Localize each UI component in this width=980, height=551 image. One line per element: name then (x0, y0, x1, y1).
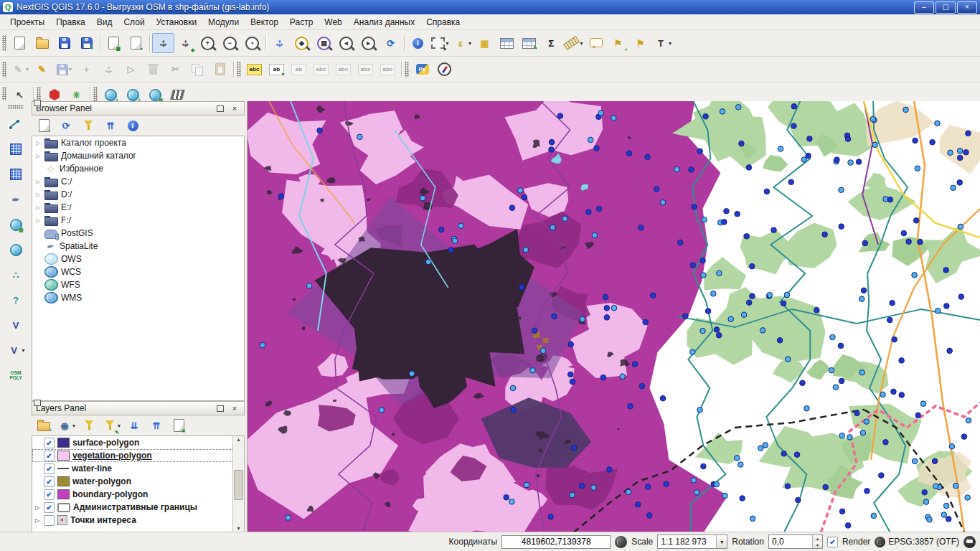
new-bookmark-button[interactable]: ⚑+ (607, 33, 629, 53)
cut-features-button[interactable]: ✂ (164, 60, 187, 80)
label-rotate-button[interactable]: abc (332, 60, 354, 80)
layers-collapse-button[interactable]: ⇈ (146, 417, 166, 434)
messages-button[interactable] (963, 536, 976, 548)
menu-view[interactable]: Вид (91, 16, 118, 29)
menu-vector[interactable]: Вектор (245, 16, 284, 29)
map-canvas[interactable] (247, 101, 980, 532)
browser-item-project-catalog[interactable]: ▷Каталог проекта (32, 136, 244, 149)
render-checkbox[interactable]: ✔ (827, 537, 838, 547)
browser-item-wfs[interactable]: WFS (32, 278, 244, 291)
browser-item-home-catalog[interactable]: ▷Домашний каталог (32, 149, 244, 162)
browser-item-drive-d[interactable]: ▷D:/ (32, 188, 244, 201)
measure-dropdown-icon[interactable]: ▾ (580, 40, 583, 47)
layers-expand-button[interactable]: ⇊ (124, 417, 144, 434)
browser-panel-close-button[interactable]: × (229, 103, 240, 113)
menu-settings[interactable]: Установки (151, 16, 202, 29)
open-project-button[interactable] (31, 33, 53, 53)
crs-status-button[interactable]: EPSG:3857 (OTF) (875, 537, 959, 547)
new-project-button[interactable] (9, 33, 31, 53)
menu-projects[interactable]: Проекты (4, 16, 50, 29)
scroll-up-icon[interactable]: ▴ (237, 436, 240, 443)
raster-grid-button[interactable] (5, 139, 27, 159)
toggle-editing-button[interactable]: ✎ (31, 60, 53, 80)
polyline-tool-button[interactable] (5, 114, 27, 134)
deselect-button[interactable]: ▣ (473, 33, 496, 53)
layers-panel-float-button[interactable] (215, 403, 226, 413)
browser-item-drive-d-expand-icon[interactable]: ▷ (34, 192, 42, 198)
menu-raster[interactable]: Растр (284, 16, 319, 29)
layer-item-boundary-polygon-checkbox[interactable]: ✔ (44, 489, 55, 500)
zoom-full-button[interactable] (268, 33, 291, 53)
layer-item-boundary-polygon[interactable]: ✔boundary-polygon (32, 488, 244, 501)
zoom-native-button[interactable]: ▪ (241, 33, 263, 53)
browser-item-project-catalog-expand-icon[interactable]: ▷ (34, 140, 42, 146)
layers-filter-expression-dropdown-icon[interactable]: ▾ (118, 423, 121, 429)
delete-selected-button[interactable] (142, 60, 164, 80)
maximize-button[interactable]: ▢ (936, 1, 956, 14)
zoom-next-button[interactable]: ▸ (357, 33, 380, 53)
statistics-button[interactable]: Σ (540, 33, 562, 53)
identify-button[interactable]: i (407, 33, 429, 53)
scale-combo[interactable]: 1:1 182 973 ▾ (657, 534, 727, 549)
scale-dropdown-icon[interactable]: ▾ (716, 535, 727, 548)
zoom-to-layer-button[interactable]: ▤ (313, 33, 335, 53)
label-highlight-button[interactable]: abc (243, 60, 265, 80)
zoom-to-selection-button[interactable]: ◆ (291, 33, 313, 53)
browser-item-drive-c[interactable]: ▷C:/ (32, 175, 244, 188)
layer-item-admin-borders-checkbox[interactable]: ✔ (44, 502, 55, 513)
layers-add-group-button[interactable]: + (34, 417, 54, 434)
layers-panel-close-button[interactable]: × (229, 403, 240, 413)
graph-tool-button[interactable]: ∴ (5, 265, 27, 285)
select-by-expression-dropdown-icon[interactable]: ▾ (468, 40, 471, 47)
layer-item-poi-checkbox[interactable] (44, 515, 55, 526)
text-annotation-dropdown-icon[interactable]: ▾ (669, 40, 672, 47)
menu-edit[interactable]: Правка (50, 16, 91, 29)
menu-web[interactable]: Web (319, 16, 347, 29)
browser-collapse-button[interactable]: ⇈ (100, 117, 121, 134)
rotation-spinbox[interactable]: 0,0 ▴ ▾ (768, 534, 823, 549)
new-composer-button[interactable]: ▦ (103, 33, 125, 53)
browser-item-postgis[interactable]: PostGIS (32, 227, 244, 240)
current-edits-button[interactable]: ✎▾ (9, 60, 31, 80)
layer-item-water-polygon[interactable]: ✔water-polygon (32, 475, 244, 488)
extents-toggle-button[interactable] (615, 536, 627, 548)
browser-item-favorites[interactable]: ☆Избранное (32, 162, 244, 175)
browser-filter-button[interactable] (78, 117, 98, 134)
save-edits-dropdown-icon[interactable]: ▾ (69, 66, 72, 72)
attribute-table-button[interactable] (496, 33, 518, 53)
layer-item-water-line[interactable]: ✔water-line (32, 462, 244, 475)
coordinates-input[interactable] (501, 535, 611, 549)
browser-refresh-button[interactable]: ⟳ (56, 117, 76, 134)
browser-item-ows[interactable]: OWS (32, 253, 244, 265)
layer-item-surface-polygon[interactable]: ✔surface-polygon (32, 436, 244, 449)
layer-item-water-polygon-checkbox[interactable]: ✔ (44, 476, 55, 487)
scroll-down-icon[interactable]: ▾ (237, 525, 240, 532)
globe-tool-button[interactable] (5, 240, 27, 260)
python-console-button[interactable]: Py (411, 60, 433, 80)
label-pin-button[interactable]: ab▼ (265, 60, 288, 80)
refresh-map-button[interactable]: ⟳ (380, 33, 402, 53)
copy-features-button[interactable] (187, 60, 209, 80)
layer-item-poi[interactable]: ▷Точки интереса (32, 514, 244, 527)
browser-item-wms[interactable]: WMS (32, 291, 244, 304)
show-bookmarks-button[interactable]: ⚑ (629, 33, 651, 53)
save-edits-button[interactable]: ▾ (53, 60, 75, 80)
browser-item-drive-c-expand-icon[interactable]: ▷ (34, 179, 42, 185)
browser-item-drive-e-expand-icon[interactable]: ▷ (34, 204, 42, 211)
browser-add-layer-button[interactable]: + (34, 117, 54, 134)
toolbar-drag-handle[interactable] (2, 62, 6, 77)
browser-item-drive-f[interactable]: ▷F:/ (32, 214, 244, 227)
paste-features-button[interactable] (209, 60, 231, 80)
help-node-button[interactable]: ? (5, 290, 27, 310)
pan-to-selection-button[interactable]: ◆ (174, 33, 197, 53)
plugin-compass-button[interactable] (433, 60, 456, 80)
measure-button[interactable]: ▾ (562, 33, 585, 53)
minimize-button[interactable]: – (914, 1, 934, 14)
scrollbar-thumb[interactable] (234, 470, 243, 500)
layer-item-vegetation-polygon-checkbox[interactable]: ✔ (44, 451, 55, 461)
layer-item-admin-borders[interactable]: ▷✔Административные границы (32, 501, 244, 514)
zoom-last-button[interactable]: ◂ (335, 33, 357, 53)
text-annotation-button[interactable]: T▾ (651, 33, 674, 53)
v-menu-button[interactable]: V▾ (5, 340, 27, 360)
layers-remove-button[interactable]: ✖ (169, 417, 189, 434)
